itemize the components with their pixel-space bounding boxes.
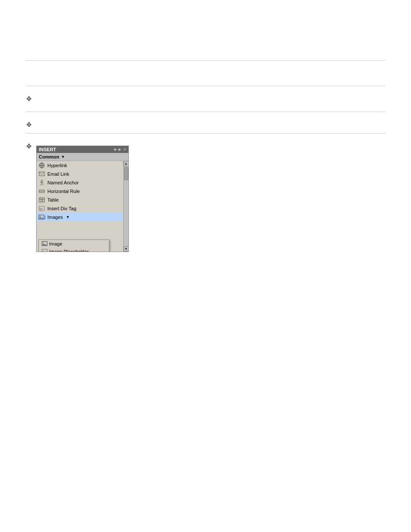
section-4-content: ❖ INSERT ►► ≡ Common ▼ [26, 141, 385, 252]
panel-item-horizontal-rule[interactable]: Horizontal Rule [37, 187, 123, 196]
images-arrow: ▼ [66, 215, 70, 219]
panel-list: Hyperlink Email Link [37, 161, 128, 252]
titlebar-controls: ►► ≡ [113, 147, 126, 152]
section-1 [26, 61, 385, 86]
section-2-text [36, 94, 385, 103]
section-4: ❖ INSERT ►► ≡ Common ▼ [26, 134, 385, 256]
svg-text:?: ? [43, 250, 44, 252]
images-icon [38, 214, 45, 221]
panel-titlebar: INSERT ►► ≡ [37, 146, 128, 153]
image-icon [41, 241, 47, 247]
panel-item-hyperlink[interactable]: Hyperlink [37, 161, 123, 170]
insert-panel-wrapper: INSERT ►► ≡ Common ▼ [36, 146, 129, 252]
hyperlink-icon [38, 162, 45, 169]
image-submenu-label: Image [49, 241, 62, 246]
bullet-diamond-2: ❖ [26, 121, 32, 129]
email-link-label: Email Link [47, 171, 69, 177]
bullet-diamond-1: ❖ [26, 95, 32, 103]
panel-title: INSERT [39, 147, 56, 152]
named-anchor-icon [38, 179, 45, 186]
submenu-item-image[interactable]: Image [39, 240, 109, 248]
scroll-bar[interactable]: ▲ ▼ [123, 161, 128, 252]
image-placeholder-label: Image Placeholder [49, 249, 89, 252]
email-link-icon [38, 171, 45, 177]
section-2-content: ❖ [26, 94, 385, 107]
svg-point-20 [40, 215, 41, 217]
insert-panel: INSERT ►► ≡ Common ▼ [36, 146, 129, 252]
named-anchor-label: Named Anchor [47, 180, 79, 185]
section-1-content [26, 68, 385, 81]
svg-point-25 [43, 242, 44, 243]
svg-text:div: div [40, 208, 43, 210]
svg-rect-12 [39, 198, 44, 202]
image-placeholder-icon: ? [41, 249, 47, 252]
section-2: ❖ [26, 86, 385, 112]
svg-marker-19 [39, 217, 44, 219]
expand-icon[interactable]: ►► [113, 147, 122, 152]
section-3-content: ❖ [26, 120, 385, 129]
category-label: Common [39, 154, 59, 159]
table-label: Table [47, 197, 59, 202]
scroll-thumb[interactable] [124, 167, 128, 180]
panel-item-table[interactable]: Table [37, 196, 123, 204]
panel-item-insert-div[interactable]: div Insert Div Tag [37, 204, 123, 213]
horizontal-rule-label: Horizontal Rule [47, 189, 80, 194]
bullet-diamond-3: ❖ [26, 142, 32, 150]
panel-item-images[interactable]: Images ▼ [37, 213, 123, 221]
section-3-text [36, 120, 385, 128]
hyperlink-label: Hyperlink [47, 163, 67, 168]
submenu-item-image-placeholder[interactable]: ? Image Placeholder [39, 248, 109, 252]
insert-div-label: Insert Div Tag [47, 206, 76, 211]
insert-div-icon: div [38, 205, 45, 212]
horizontal-rule-icon [38, 188, 45, 195]
menu-icon[interactable]: ≡ [124, 147, 126, 152]
section-3: ❖ [26, 112, 385, 134]
svg-line-8 [40, 184, 41, 185]
table-icon [38, 196, 45, 203]
category-dropdown-icon[interactable]: ▼ [61, 155, 65, 159]
panel-category-header[interactable]: Common ▼ [37, 153, 128, 161]
svg-marker-24 [42, 243, 47, 246]
svg-line-9 [43, 184, 44, 185]
images-label: Images [47, 215, 63, 220]
section-1-text [26, 68, 385, 77]
scroll-up-button[interactable]: ▲ [124, 161, 129, 166]
scroll-area: Hyperlink Email Link [37, 161, 128, 252]
images-submenu: Image ? Image Placeholder [38, 240, 109, 252]
panel-item-email-link[interactable]: Email Link [37, 170, 123, 178]
page-container: ❖ ❖ ❖ INSERT ►► ≡ [0, 60, 411, 532]
panel-item-named-anchor[interactable]: Named Anchor [37, 178, 123, 187]
svg-point-5 [41, 180, 43, 182]
scroll-down-button[interactable]: ▼ [124, 246, 129, 252]
